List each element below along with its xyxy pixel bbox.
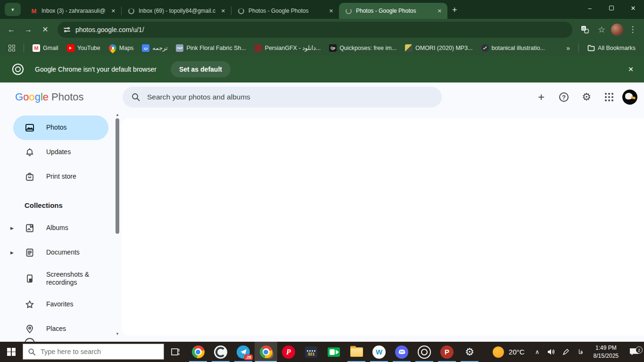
scrollbar-thumb[interactable] bbox=[116, 118, 119, 234]
sidebar-item-screenshots[interactable]: Screenshots & recordings bbox=[0, 265, 113, 292]
taskbar-app-pinterest[interactable]: P bbox=[277, 342, 300, 362]
new-tab-button[interactable]: + bbox=[452, 5, 457, 15]
tab-close-icon[interactable]: ✕ bbox=[219, 7, 227, 15]
sidebar-item-documents[interactable]: ▶ Documents bbox=[0, 240, 113, 265]
language-indicator[interactable]: فا bbox=[574, 348, 588, 355]
bookmark-youtube[interactable]: YouTube bbox=[63, 43, 104, 53]
scroll-up-arrow[interactable]: ▲ bbox=[116, 113, 119, 117]
divider bbox=[578, 44, 579, 52]
google-photos-logo[interactable]: Google Photos bbox=[15, 91, 84, 103]
bookmark-omori[interactable]: OMORI (2020) MP3... bbox=[401, 43, 477, 53]
taskbar-app-discord[interactable] bbox=[390, 342, 413, 362]
tab-search-button[interactable]: ▾ bbox=[5, 3, 21, 16]
taskbar-app-clip-studio[interactable] bbox=[209, 342, 232, 362]
tab-close-icon[interactable]: ✕ bbox=[109, 7, 117, 15]
account-avatar[interactable] bbox=[622, 90, 637, 105]
sidebar-item-updates[interactable]: Updates bbox=[0, 140, 113, 165]
taskbar-app-chrome-active[interactable] bbox=[255, 342, 277, 362]
sidebar-item-albums[interactable]: ▶ Albums bbox=[0, 216, 113, 240]
settings-gear-icon[interactable]: ⚙ bbox=[577, 88, 596, 107]
taskbar-app-wattpad[interactable]: W bbox=[368, 342, 390, 362]
tab-close-icon[interactable]: ✕ bbox=[327, 7, 335, 15]
google-apps-grid-icon[interactable] bbox=[600, 88, 619, 107]
notification-close-icon[interactable]: ✕ bbox=[625, 63, 636, 76]
apps-shortcut-icon[interactable] bbox=[5, 43, 19, 53]
taskbar-app-telegram[interactable]: .28 bbox=[232, 342, 255, 362]
bookmark-botanical[interactable]: botanical illustratio... bbox=[478, 43, 549, 53]
volume-icon[interactable] bbox=[545, 348, 558, 355]
bookmark-label: Gmail bbox=[43, 45, 58, 51]
photos-content-panel-loading bbox=[122, 118, 644, 336]
tab-close-icon[interactable]: ✕ bbox=[436, 7, 444, 15]
start-button[interactable] bbox=[0, 342, 23, 362]
taskbar-app-chrome[interactable] bbox=[187, 342, 209, 362]
weather-widget[interactable]: 20°C bbox=[487, 342, 530, 362]
expand-arrow-icon[interactable]: ▶ bbox=[10, 250, 14, 255]
logo-letter: g bbox=[35, 91, 41, 103]
gmail-icon: M bbox=[33, 44, 40, 52]
address-bar[interactable]: photos.google.com/u/1/ bbox=[58, 22, 572, 38]
taskbar-app-meet[interactable] bbox=[322, 342, 345, 362]
browser-menu-icon[interactable]: ⋮ bbox=[625, 22, 640, 37]
stop-loading-button[interactable]: ✕ bbox=[38, 22, 53, 37]
site-settings-icon[interactable] bbox=[63, 26, 71, 33]
bookmark-translate[interactable]: ت ترجمه bbox=[138, 43, 171, 53]
sun-icon bbox=[493, 346, 504, 358]
fabric-site-icon: F&P bbox=[176, 44, 183, 52]
url-text[interactable]: photos.google.com/u/1/ bbox=[75, 26, 144, 33]
all-bookmarks-button[interactable]: All Bookmarks bbox=[584, 43, 639, 53]
search-icon bbox=[131, 92, 140, 102]
logo-letter: o bbox=[29, 91, 34, 103]
bookmark-persiangfx[interactable]: PersianGFX - دانلود... bbox=[251, 43, 324, 53]
sidebar-item-label: Albums bbox=[46, 224, 68, 232]
browser-profile-avatar[interactable] bbox=[611, 24, 623, 36]
tab-gmail-1[interactable]: M Inbox (3) - zahraraasuli@gmail.c ✕ bbox=[25, 3, 121, 19]
photos-search-input[interactable]: Search your photos and albums bbox=[123, 87, 442, 107]
restore-button[interactable] bbox=[601, 0, 622, 16]
close-button[interactable]: ✕ bbox=[622, 0, 644, 16]
bookmark-maps[interactable]: Maps bbox=[105, 43, 138, 53]
sidebar-item-favorites[interactable]: Favorites bbox=[0, 292, 113, 317]
taskbar-app-klite[interactable]: 321 bbox=[300, 342, 322, 362]
page-scrollbar[interactable]: ▲ ▼ bbox=[114, 112, 121, 342]
tray-chevron-icon[interactable]: ∧ bbox=[531, 348, 544, 355]
taskbar-app-settings[interactable]: ⚙ bbox=[458, 342, 481, 362]
action-center-button[interactable]: 2 bbox=[624, 348, 644, 355]
divider bbox=[24, 44, 24, 52]
sidebar-item-label: Places bbox=[46, 325, 66, 333]
create-plus-icon[interactable]: + bbox=[532, 88, 551, 107]
minimize-button[interactable]: – bbox=[579, 0, 601, 16]
taskbar-search-box[interactable] bbox=[23, 344, 164, 360]
scroll-down-arrow[interactable]: ▼ bbox=[116, 332, 119, 336]
browser-toolbar: ← → ✕ photos.google.com/u/1/ G ☆ ⋮ bbox=[0, 19, 644, 40]
taskbar-app-file-explorer[interactable] bbox=[345, 342, 368, 362]
translate-page-icon[interactable]: G bbox=[577, 22, 592, 37]
forward-button[interactable]: → bbox=[21, 22, 36, 37]
date-label: 8/15/2025 bbox=[594, 352, 619, 360]
sidebar-item-print-store[interactable]: Print store bbox=[0, 165, 113, 189]
sidebar-item-photos[interactable]: Photos bbox=[13, 115, 108, 140]
telegram-badge: .28 bbox=[244, 354, 253, 360]
tab-gmail-2[interactable]: Inbox (69) - topolly84@gmail.co ✕ bbox=[122, 3, 231, 19]
bookmark-quickposes[interactable]: Qp Quickposes: free im... bbox=[325, 43, 400, 53]
task-view-button[interactable] bbox=[164, 342, 187, 362]
taskbar-app-recorder[interactable] bbox=[413, 342, 436, 362]
taskbar-search-input[interactable] bbox=[41, 348, 149, 355]
taskbar-app-psiphon[interactable]: P bbox=[436, 342, 458, 362]
bookmark-pink-floral[interactable]: F&P Pink Floral Fabric Sh... bbox=[172, 43, 249, 53]
expand-arrow-icon[interactable]: ▶ bbox=[10, 226, 14, 230]
bookmark-gmail[interactable]: M Gmail bbox=[29, 43, 62, 53]
help-icon[interactable]: ? bbox=[554, 88, 573, 107]
pen-icon[interactable] bbox=[560, 348, 572, 356]
wattpad-icon: W bbox=[372, 346, 386, 359]
sidebar-item-places[interactable]: Places bbox=[0, 317, 113, 341]
search-icon bbox=[28, 348, 36, 356]
back-button[interactable]: ← bbox=[4, 22, 19, 37]
tab-photos-active[interactable]: Photos - Google Photos ✕ bbox=[339, 3, 447, 19]
bookmark-star-icon[interactable]: ☆ bbox=[594, 22, 609, 37]
bookmarks-overflow-icon[interactable]: » bbox=[562, 44, 574, 52]
taskbar-clock[interactable]: 1:49 PM 8/15/2025 bbox=[590, 344, 622, 359]
set-as-default-button[interactable]: Set as default bbox=[171, 61, 231, 77]
tab-photos-1[interactable]: Photos - Google Photos ✕ bbox=[231, 3, 339, 19]
tab-title: Inbox (3) - zahraraasuli@gmail.c bbox=[41, 8, 106, 14]
